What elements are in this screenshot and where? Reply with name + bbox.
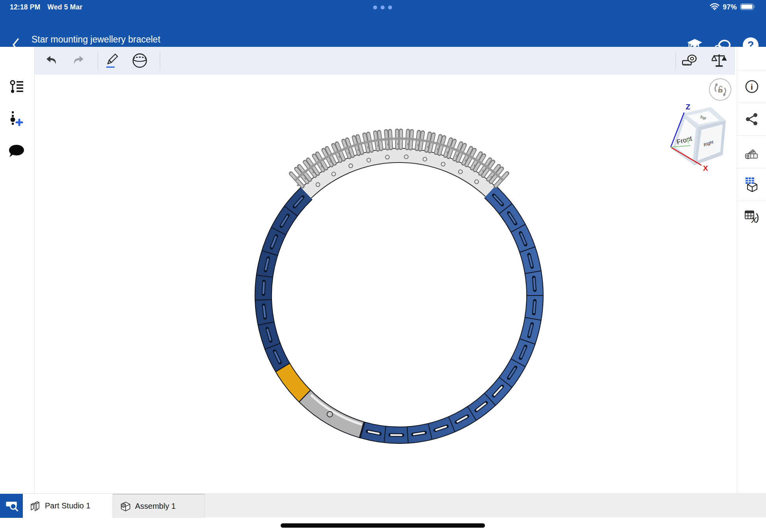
undo-icon[interactable] [43, 52, 60, 69]
view-cube[interactable]: Top Front Right Z X Y [664, 87, 735, 184]
home-indicator[interactable] [281, 523, 485, 528]
tab-label: Part Studio 1 [45, 501, 91, 510]
assembly-icon [120, 501, 131, 512]
document-title: Star mounting jewellery bracelet [31, 34, 160, 45]
share-icon[interactable] [737, 103, 766, 135]
axis-x-label: X [703, 164, 708, 172]
info-icon[interactable]: i [737, 70, 766, 103]
tab-assembly-1[interactable]: Assembly 1 [113, 494, 205, 518]
battery-icon [740, 3, 756, 12]
search-features-icon[interactable] [0, 494, 23, 518]
document-header: Star mounting jewellery bracelet Main ? [0, 16, 766, 47]
tab-part-studio-1[interactable]: Part Studio 1 [23, 494, 113, 518]
feature-list-icon[interactable] [7, 78, 26, 97]
wifi-icon [710, 3, 720, 12]
onshape-app: 12:18 PM Wed 5 Mar 97% Star mount [0, 0, 766, 532]
left-rail [0, 47, 35, 493]
toolbar-divider [675, 52, 676, 70]
top-bar: 12:18 PM Wed 5 Mar 97% Star mount [0, 0, 766, 47]
document-tab-bar: Part Studio 1 Assembly 1 [0, 493, 766, 517]
redo-icon[interactable] [70, 52, 87, 69]
sketch-icon[interactable] [104, 52, 120, 69]
status-indicators: 97% [710, 3, 756, 12]
toolbar-divider [98, 52, 98, 70]
more-dots-icon[interactable] [373, 6, 392, 9]
ios-status-bar: 12:18 PM Wed 5 Mar 97% [0, 0, 766, 16]
svg-text:x: x [751, 213, 757, 225]
status-time-date: 12:18 PM Wed 5 Mar [10, 3, 83, 11]
graphics-toolbar [35, 47, 735, 75]
part-studio-icon [30, 501, 41, 512]
graphics-canvas[interactable] [35, 75, 737, 493]
status-time: 12:18 PM [10, 3, 40, 11]
insert-feature-icon[interactable] [7, 110, 26, 129]
measure-icon[interactable] [681, 52, 698, 69]
axis-z-label: Z [686, 103, 690, 111]
svg-text:i: i [751, 82, 753, 91]
display-options-icon[interactable] [737, 168, 766, 201]
tab-label: Assembly 1 [135, 502, 176, 511]
status-date: Wed 5 Mar [47, 3, 82, 11]
mass-properties-icon[interactable] [711, 52, 727, 69]
toolbar-divider [160, 52, 160, 70]
sphere-icon[interactable] [131, 52, 148, 69]
bracelet-model[interactable] [35, 75, 737, 493]
battery-percent: 97% [723, 3, 737, 11]
appearance-icon[interactable] [737, 135, 766, 168]
axis-y-label: Y [686, 138, 690, 145]
comments-icon[interactable] [7, 142, 26, 161]
variables-icon[interactable]: x [737, 201, 766, 233]
right-rail: i x [737, 47, 766, 493]
